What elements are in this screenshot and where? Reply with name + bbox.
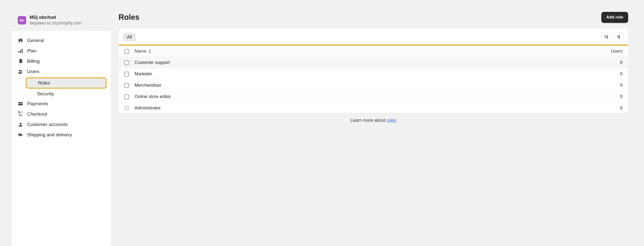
svg-rect-2 — [22, 49, 23, 53]
learn-more-text: Learn more about — [350, 118, 387, 123]
sidebar-item-label: Roles — [38, 80, 50, 86]
column-header-label: Name — [134, 49, 146, 54]
role-user-count: 0 — [598, 106, 622, 111]
sidebar-item-label: General — [27, 38, 44, 43]
sort-button[interactable] — [614, 32, 624, 42]
sidebar-item-label: Plan — [27, 48, 36, 54]
sidebar-item-payments[interactable]: Payments — [12, 98, 111, 109]
chart-bar-icon — [18, 48, 23, 54]
filter-tab-all[interactable]: All — [123, 33, 136, 42]
column-header-users[interactable]: Users — [598, 49, 622, 54]
table-row[interactable]: Administrator0 — [118, 102, 628, 113]
page-title: Roles — [118, 13, 139, 22]
table-row[interactable]: Marketer0 — [118, 68, 628, 80]
sort-icon — [616, 34, 621, 40]
role-name[interactable]: Marketer — [134, 72, 598, 76]
sidebar-item-label: Payments — [27, 101, 48, 106]
row-checkbox[interactable] — [124, 83, 129, 88]
role-user-count: 0 — [598, 72, 622, 76]
sidebar-item-label: Checkout — [27, 112, 47, 117]
svg-point-8 — [605, 35, 608, 38]
person-icon — [18, 122, 23, 127]
column-header-name[interactable]: Name — [134, 49, 598, 54]
table-row[interactable]: Online store editor0 — [118, 91, 628, 102]
sidebar-item-label: Customer accounts — [27, 122, 68, 127]
payments-icon — [18, 101, 23, 106]
svg-rect-1 — [20, 50, 21, 53]
row-checkbox[interactable] — [124, 60, 129, 65]
sidebar-item-billing[interactable]: Billing — [12, 56, 111, 66]
table-header: Name Users — [118, 46, 628, 57]
receipt-icon — [18, 58, 23, 64]
users-icon — [18, 69, 23, 74]
storefront-icon — [18, 38, 23, 43]
sidebar-item-checkout[interactable]: Checkout — [12, 109, 111, 119]
learn-more: Learn more about roles — [118, 113, 628, 128]
svg-point-6 — [21, 116, 22, 116]
main-content: Roles Add role All — [111, 0, 644, 246]
row-checkbox — [124, 106, 129, 111]
store-avatar: Mo — [18, 16, 26, 24]
search-button[interactable] — [602, 32, 612, 42]
svg-point-4 — [21, 70, 22, 72]
sort-indicator-icon — [148, 50, 151, 53]
role-user-count: 0 — [598, 60, 622, 65]
sidebar-item-plan[interactable]: Plan — [12, 46, 111, 56]
search-icon — [604, 34, 609, 40]
table-row[interactable]: Merchandiser0 — [118, 80, 628, 91]
sidebar-item-shipping[interactable]: Shipping and delivery — [12, 130, 111, 140]
cart-icon — [18, 112, 23, 117]
svg-point-7 — [20, 123, 21, 124]
sidebar-item-users[interactable]: Users — [12, 66, 111, 77]
learn-more-link[interactable]: roles — [387, 118, 396, 123]
sidebar-item-roles[interactable]: Roles — [26, 77, 107, 89]
roles-card: All — [118, 29, 628, 113]
sidebar-item-general[interactable]: General — [12, 35, 111, 46]
select-all-checkbox[interactable] — [124, 49, 129, 54]
row-checkbox[interactable] — [124, 94, 129, 99]
svg-line-9 — [607, 38, 608, 38]
roles-table-highlight: Name Users Customer support0Marketer0Mer… — [118, 44, 628, 113]
sidebar-item-label: Shipping and delivery — [27, 132, 72, 138]
row-checkbox[interactable] — [124, 72, 129, 76]
settings-nav: General Plan Billing Users — [12, 31, 111, 144]
table-body: Customer support0Marketer0Merchandiser0O… — [118, 57, 628, 113]
sidebar-item-label: Users — [27, 69, 40, 74]
role-user-count: 0 — [598, 83, 622, 88]
store-name: Můj obchod — [30, 14, 82, 20]
role-name[interactable]: Merchandiser — [134, 83, 598, 88]
role-name[interactable]: Customer support — [134, 60, 598, 65]
svg-rect-0 — [18, 51, 20, 53]
add-role-button[interactable]: Add role — [601, 12, 628, 23]
store-domain: bepawu-sc.myshopify.com — [30, 20, 82, 26]
role-name[interactable]: Online store editor — [134, 94, 598, 99]
sidebar-item-security[interactable]: Security — [22, 89, 111, 98]
store-switcher[interactable]: Mo Můj obchod bepawu-sc.myshopify.com — [12, 9, 111, 31]
truck-icon — [18, 132, 23, 138]
role-user-count: 0 — [598, 94, 622, 99]
sidebar-item-label: Security — [37, 91, 54, 96]
svg-point-5 — [19, 116, 20, 116]
sidebar-item-customer-accounts[interactable]: Customer accounts — [12, 119, 111, 130]
settings-sidebar: Mo Můj obchod bepawu-sc.myshopify.com Ge… — [12, 9, 111, 246]
sidebar-item-label: Billing — [27, 58, 40, 64]
role-name[interactable]: Administrator — [134, 106, 598, 111]
table-row[interactable]: Customer support0 — [118, 57, 628, 68]
svg-point-3 — [19, 70, 21, 72]
